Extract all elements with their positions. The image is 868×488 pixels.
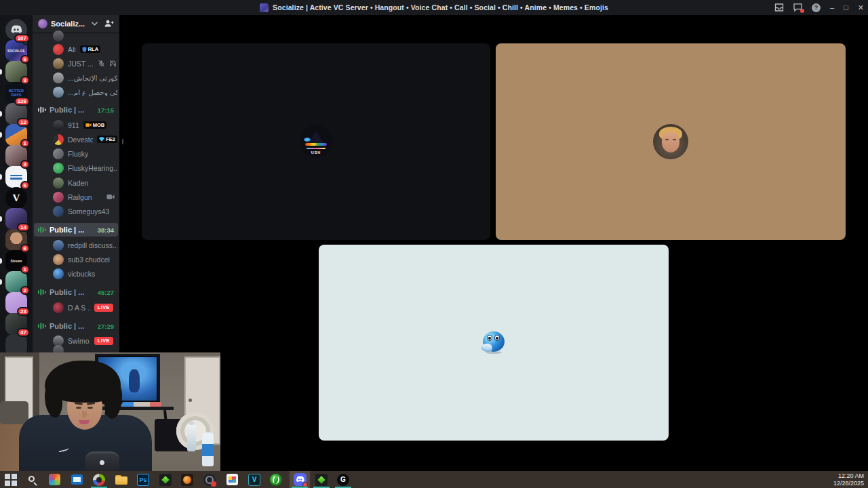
taskbar-clock[interactable]: 12:20 AM 12/28/2025 — [833, 472, 864, 487]
server-icon-socialize[interactable]: SOCIALIZE 6 — [5, 40, 27, 62]
server-icon-goku[interactable]: 1 — [5, 124, 27, 146]
maximize-button[interactable]: □ — [844, 0, 848, 15]
help-icon[interactable]: ? — [812, 3, 821, 12]
voice-member-fluskyhearing[interactable]: FluskyHearing... — [50, 161, 117, 175]
participant-avatar — [653, 124, 688, 159]
voice-member-sub3[interactable]: sub3 chudcel — [50, 252, 117, 266]
server-icon-home[interactable]: 107 — [5, 19, 27, 41]
server-name: Socializ... — [51, 20, 88, 28]
unread-pip — [0, 279, 2, 285]
server-icon-photo1[interactable]: 3 — [5, 61, 27, 83]
video-tile-emoji[interactable] — [319, 245, 669, 441]
mention-badge: 6 — [20, 55, 30, 64]
avatar — [53, 87, 64, 98]
invite-member-icon[interactable] — [104, 19, 114, 28]
avatar — [53, 148, 64, 159]
voice-member-devesto[interactable]: Devesto FE2 — [50, 132, 117, 146]
eye — [76, 407, 81, 409]
voice-member-someguys43[interactable]: Someguys43 — [50, 204, 117, 218]
server-icon-photo2[interactable]: 12 — [5, 103, 27, 125]
close-button[interactable]: ✕ — [858, 0, 864, 15]
start-button[interactable] — [3, 472, 18, 487]
taskbar-calendar-app[interactable] — [224, 472, 239, 487]
taskbar-photoshop[interactable]: Ps — [136, 472, 151, 487]
taskbar-orange-app[interactable] — [180, 472, 195, 487]
webcam-overlay[interactable] — [0, 352, 220, 471]
mention-badge: 1 — [20, 265, 30, 274]
avatar — [53, 30, 64, 41]
voice-member-partial[interactable] — [50, 31, 117, 41]
member-name: Kaden — [68, 179, 88, 187]
tag-badge: FE2 — [97, 136, 117, 143]
server-icon-white[interactable]: 6 — [5, 166, 27, 188]
taskbar-reddot-app[interactable] — [202, 472, 217, 487]
voice-member-redpill[interactable]: redpill discuss... — [50, 238, 117, 252]
server-icon-photo3[interactable]: 3 — [5, 145, 27, 167]
avatar — [53, 268, 64, 279]
server-icon-better-days[interactable]: BETTER DAYS 126 — [5, 82, 27, 104]
voice-member-vicbucks[interactable]: vicbucks — [50, 266, 117, 281]
voice-member-arabic2[interactable]: ...إنكي وحصل ع ام — [50, 85, 117, 99]
taskbar-discord[interactable] — [292, 472, 307, 487]
logitech-g-icon: G — [337, 474, 349, 486]
voice-member-911[interactable]: 911 MOB — [50, 118, 117, 132]
voice-channel-public-4[interactable]: Public | ... 27:29 — [34, 319, 118, 333]
member-name: vicbucks — [68, 270, 95, 278]
server-favicon-icon — [260, 3, 269, 12]
deafened-icon — [109, 60, 117, 67]
taskbar-razer[interactable] — [314, 472, 329, 487]
video-tile-person[interactable] — [496, 43, 846, 240]
voice-member-arabic1[interactable]: ...ـق الكورتي الإتحاش — [50, 70, 117, 85]
messages-badge — [800, 9, 804, 13]
member-name: 911 — [68, 121, 79, 129]
voice-channel-public-3[interactable]: Public | ... 45:27 — [34, 285, 118, 299]
member-name: Devesto — [68, 136, 93, 144]
server-icon-purple[interactable]: 23 — [5, 292, 27, 314]
video-tile-prism[interactable]: USH — [142, 43, 490, 240]
taskbar-search[interactable] — [25, 472, 40, 487]
taskbar-photos-app[interactable] — [47, 472, 62, 487]
mention-badge: 1 — [20, 139, 30, 148]
mail-icon — [71, 474, 83, 485]
server-header[interactable]: Socializ... — [33, 15, 119, 33]
call-duration: 38:34 — [98, 226, 114, 234]
server-icon-monster[interactable]: 14 — [5, 208, 27, 230]
avatar — [53, 178, 64, 188]
taskbar-visual-studio[interactable]: V — [247, 472, 262, 487]
scrollbar-remnant — [122, 139, 123, 144]
taskbar-file-explorer[interactable] — [114, 472, 129, 487]
taskbar-logitech-ghub[interactable]: G — [336, 472, 351, 487]
voice-channel-public-2-selected[interactable]: Public | ... 38:34 — [34, 223, 118, 237]
avatar — [53, 134, 64, 145]
call-duration: 45:27 — [98, 289, 114, 296]
microphone — [85, 451, 119, 471]
minimize-button[interactable]: – — [830, 0, 834, 15]
server-icon-v[interactable]: V — [5, 187, 27, 209]
voice-member-ali[interactable]: Ali RLA — [50, 42, 117, 56]
voice-member-just[interactable]: JUST ... — [50, 56, 117, 70]
avatar — [53, 163, 64, 174]
taskbar-geforce-app[interactable] — [92, 472, 106, 487]
voice-member-das[interactable]: D A S ... LIVE — [50, 300, 117, 314]
server-icon-stream[interactable]: Stream 1 — [5, 250, 27, 272]
voice-member-kaden[interactable]: Kaden — [50, 176, 117, 190]
taskbar-mail-app[interactable] — [69, 472, 84, 487]
server-icon-face[interactable]: 6 — [5, 229, 27, 251]
visual-studio-icon: V — [248, 474, 260, 486]
voice-channel-public-1[interactable]: Public | ... 17:15 — [34, 103, 118, 117]
server-icon-dark[interactable]: 47 — [5, 313, 27, 335]
inbox-icon[interactable] — [774, 3, 784, 12]
taskbar-xbox[interactable] — [269, 472, 283, 487]
member-name: redpill discuss... — [68, 241, 117, 249]
server-icon-teal[interactable]: 2 — [5, 271, 27, 293]
voice-member-railgun[interactable]: Railgun — [50, 190, 117, 204]
mention-badge: 3 — [20, 160, 30, 169]
avatar — [53, 192, 64, 203]
voice-member-flusky[interactable]: Flusky — [50, 146, 117, 161]
messages-icon[interactable] — [793, 3, 802, 12]
member-name: ...إنكي وحصل ع ام — [68, 88, 117, 96]
voice-activity-icon — [38, 106, 46, 114]
voice-activity-icon — [38, 322, 46, 330]
mention-badge: 107 — [14, 34, 30, 43]
taskbar-gem-app[interactable] — [158, 472, 173, 487]
